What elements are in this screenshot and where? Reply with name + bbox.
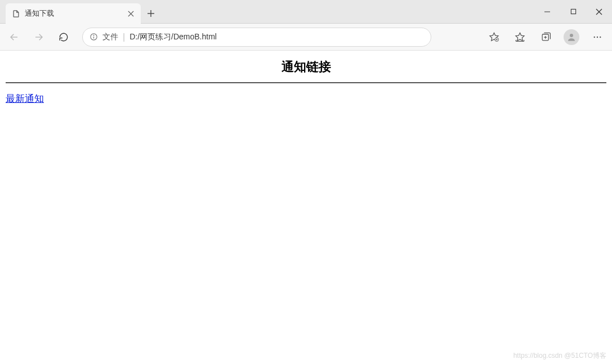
- add-favorite-button[interactable]: [483, 26, 505, 48]
- back-button[interactable]: [3, 26, 25, 48]
- svg-rect-5: [571, 9, 575, 14]
- titlebar-spacer: [161, 0, 534, 23]
- titlebar: 通知下载: [0, 0, 612, 24]
- favorites-button[interactable]: [508, 26, 531, 48]
- refresh-button[interactable]: [53, 26, 74, 48]
- info-icon: [90, 33, 98, 41]
- watermark: https://blog.csdn @51CTO博客: [513, 351, 606, 361]
- file-icon: [11, 9, 20, 18]
- tab-title: 通知下载: [25, 8, 126, 19]
- browser-tab[interactable]: 通知下载: [6, 3, 141, 24]
- address-separator: |: [123, 32, 125, 42]
- more-button[interactable]: [586, 26, 609, 48]
- close-window-button[interactable]: [586, 0, 612, 23]
- minimize-button[interactable]: [534, 0, 560, 23]
- svg-point-25: [594, 36, 595, 37]
- svg-point-26: [597, 36, 598, 37]
- divider: [6, 82, 606, 83]
- address-scheme-label: 文件: [102, 32, 118, 42]
- forward-button[interactable]: [28, 26, 50, 48]
- svg-point-12: [93, 35, 94, 35]
- address-path: D:/网页练习/DemoB.html: [129, 32, 217, 42]
- latest-notice-link[interactable]: 最新通知: [6, 93, 44, 104]
- address-bar[interactable]: 文件 | D:/网页练习/DemoB.html: [82, 28, 431, 47]
- avatar-icon: [564, 29, 579, 45]
- close-tab-button[interactable]: [126, 9, 135, 18]
- toolbar: 文件 | D:/网页练习/DemoB.html: [0, 24, 612, 51]
- window-controls: [534, 0, 612, 23]
- svg-marker-17: [515, 33, 524, 41]
- new-tab-button[interactable]: [141, 3, 161, 23]
- maximize-button[interactable]: [560, 0, 586, 23]
- profile-button[interactable]: [560, 26, 583, 48]
- svg-point-27: [600, 36, 601, 37]
- page-heading: 通知链接: [6, 59, 606, 75]
- collections-button[interactable]: [534, 26, 557, 48]
- svg-point-24: [570, 34, 573, 37]
- page-content: 通知链接 最新通知: [0, 51, 612, 113]
